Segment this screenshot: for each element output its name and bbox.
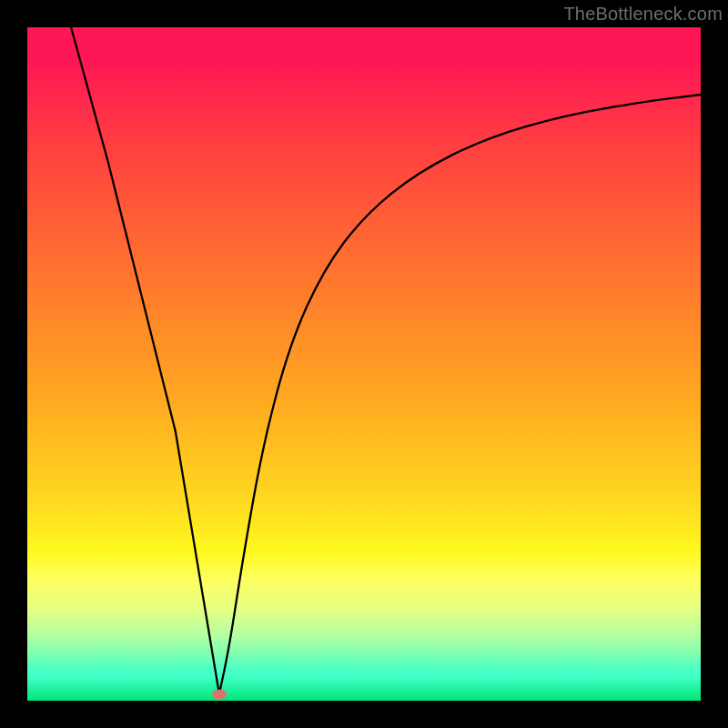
curve-left-branch (71, 27, 219, 694)
watermark-text: TheBottleneck.com (563, 4, 723, 25)
chart-plot-area (27, 27, 701, 701)
minimum-marker (212, 689, 227, 699)
chart-curve-svg (27, 27, 701, 701)
curve-right-branch (219, 95, 701, 694)
